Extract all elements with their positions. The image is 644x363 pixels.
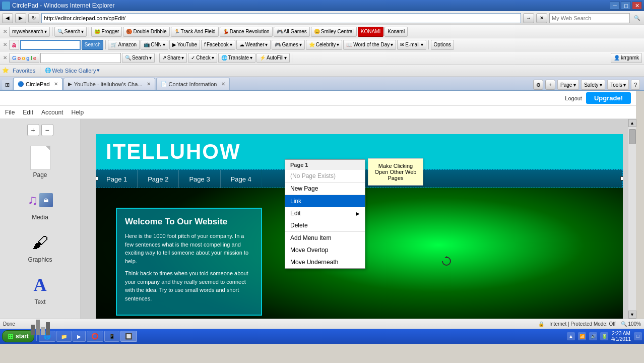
google-logo[interactable]: Google bbox=[9, 53, 39, 63]
konami-btn[interactable]: KONAMI bbox=[358, 27, 383, 37]
translate-btn[interactable]: 🌐 Translate ▾ bbox=[218, 53, 255, 63]
zoom-in-button[interactable]: + bbox=[27, 124, 39, 136]
word-of-day-btn[interactable]: 📖 Word of the Day ▾ bbox=[343, 40, 396, 50]
back-button[interactable]: ◀ bbox=[2, 13, 13, 23]
site-nav-page3[interactable]: Page 3 bbox=[179, 170, 220, 188]
page-btn[interactable]: Page ▾ bbox=[557, 80, 579, 90]
facebook-btn[interactable]: f Facebook ▾ bbox=[201, 40, 235, 50]
sidebar-item-charts[interactable] bbox=[24, 313, 57, 337]
track-field-btn[interactable]: 🏃 Track And Field bbox=[171, 27, 219, 37]
logout-btn[interactable]: Logout bbox=[565, 95, 582, 101]
search-btn-t3[interactable]: 🔍 Search ▾ bbox=[122, 53, 155, 63]
nav-search-input[interactable] bbox=[549, 13, 630, 23]
konami2-btn[interactable]: Konami bbox=[384, 27, 408, 37]
sidebar-item-media[interactable]: ♫ 🏔 Media bbox=[24, 186, 57, 223]
web-slice-gallery[interactable]: 🌐 Web Slice Gallery ▾ bbox=[43, 67, 102, 74]
add-tab-btn[interactable]: + bbox=[545, 80, 555, 90]
tab-close-circlepad[interactable]: ✕ bbox=[54, 81, 58, 87]
sidebar-item-page[interactable]: Page bbox=[24, 143, 57, 180]
clock[interactable]: 2:23 AM 4/1/2011 bbox=[611, 331, 631, 342]
menu-help[interactable]: Help bbox=[71, 109, 84, 116]
close-button[interactable]: ✕ bbox=[632, 2, 642, 10]
sidebar-item-graphics[interactable]: 🖌 Graphics bbox=[24, 228, 57, 265]
tab-list-btn[interactable]: ⊞ bbox=[2, 80, 12, 90]
taskbar-wmp-btn[interactable]: ▶ bbox=[73, 331, 86, 342]
ctx-new-page[interactable]: New Page bbox=[285, 183, 365, 195]
ctx-link[interactable]: Link bbox=[285, 195, 365, 207]
window-controls[interactable]: ─ ◻ ✕ bbox=[610, 2, 642, 10]
cnn-btn[interactable]: 📺 CNN ▾ bbox=[141, 40, 168, 50]
search-btn-t1[interactable]: 🔍 Search ▾ bbox=[54, 27, 87, 37]
close-toolbar3[interactable]: ✕ bbox=[2, 55, 8, 60]
google-search-input[interactable] bbox=[40, 53, 121, 63]
ctx-move-underneath[interactable]: Move Underneath bbox=[285, 256, 365, 268]
mywebsearch-btn[interactable]: mywebsearch ▾ bbox=[9, 27, 50, 37]
taskbar-bb-btn[interactable]: 📱 bbox=[104, 331, 119, 342]
nav-handle-left[interactable] bbox=[96, 176, 98, 180]
go-button[interactable]: → bbox=[523, 13, 534, 23]
scroll-thumb[interactable] bbox=[629, 129, 636, 144]
rotation-handle[interactable] bbox=[441, 256, 452, 266]
options-btn[interactable]: Options bbox=[431, 40, 454, 50]
show-desktop-icon[interactable]: □ bbox=[634, 332, 642, 340]
refresh-button[interactable]: ↻ bbox=[28, 13, 39, 23]
user-btn[interactable]: 👤 krrgnmk bbox=[611, 53, 642, 63]
address-bar[interactable] bbox=[41, 13, 521, 23]
tab-youtube[interactable]: ▶ YouTube - itelluhow's Cha... ✕ bbox=[63, 78, 155, 90]
site-nav-page4[interactable]: Page 4 bbox=[221, 170, 262, 188]
stop-button[interactable]: ✕ bbox=[536, 13, 547, 23]
ctx-move-overtop[interactable]: Move Overtop bbox=[285, 244, 365, 256]
amazon-btn[interactable]: 🛒 Amazon bbox=[108, 40, 140, 50]
tab-settings-btn[interactable]: ⚙ bbox=[533, 80, 543, 90]
help-ie-btn[interactable]: ? bbox=[631, 80, 640, 90]
dance-revolution-btn[interactable]: 💃 Dance Revolution bbox=[220, 27, 273, 37]
site-nav-page1[interactable]: Page 1 bbox=[96, 170, 138, 188]
title-bar-left: CirclePad - Windows Internet Explorer bbox=[2, 2, 114, 10]
frogger-btn[interactable]: 🐸 Frogger bbox=[91, 27, 122, 37]
all-games-btn[interactable]: 🎮 All Games bbox=[274, 27, 310, 37]
tab-close-contact[interactable]: ✕ bbox=[221, 81, 225, 87]
scroll-down-btn[interactable]: ▼ bbox=[628, 311, 636, 319]
search-go-icon[interactable]: 🔍 bbox=[632, 13, 642, 23]
share-btn[interactable]: ↗ Share ▾ bbox=[159, 53, 187, 63]
ask-btn[interactable]: a bbox=[9, 40, 19, 50]
zoom-out-button[interactable]: − bbox=[41, 124, 53, 136]
tools-btn[interactable]: Tools ▾ bbox=[607, 80, 629, 90]
autofill-btn[interactable]: ⚡ AutoFill ▾ bbox=[256, 53, 290, 63]
menu-edit[interactable]: Edit bbox=[23, 109, 33, 116]
forward-button[interactable]: ▶ bbox=[15, 13, 26, 23]
safety-btn[interactable]: Safety ▾ bbox=[581, 80, 605, 90]
ctx-edit[interactable]: Edit ▶ bbox=[285, 207, 365, 219]
taskbar-circlepad-btn[interactable]: 🔲 bbox=[120, 331, 137, 342]
ctx-delete[interactable]: Delete bbox=[285, 219, 365, 231]
weather-btn[interactable]: ☁ Weather ▾ bbox=[236, 40, 271, 50]
minimize-button[interactable]: ─ bbox=[610, 2, 620, 10]
taskbar-folder-btn[interactable]: 📁 bbox=[56, 331, 72, 342]
smiley-central-btn[interactable]: 😊 Smiley Central bbox=[311, 27, 357, 37]
nav-handle-right[interactable] bbox=[620, 176, 623, 180]
search-btn-t2[interactable]: Search bbox=[82, 40, 104, 50]
ctx-add-menu-item[interactable]: Add Menu Item bbox=[285, 232, 365, 244]
restore-button[interactable]: ◻ bbox=[621, 2, 631, 10]
menu-file[interactable]: File bbox=[5, 109, 15, 116]
games-btn[interactable]: 🎮 Games ▾ bbox=[272, 40, 304, 50]
youtube-btn[interactable]: ▶ YouTube bbox=[169, 40, 200, 50]
menu-account[interactable]: Account bbox=[41, 109, 63, 116]
ask-search-input[interactable] bbox=[20, 40, 81, 50]
close-toolbar2[interactable]: ✕ bbox=[2, 42, 8, 47]
upgrade-btn[interactable]: Upgrade! bbox=[586, 92, 631, 104]
tab-contact[interactable]: 📄 Contact Information ✕ bbox=[156, 78, 230, 90]
double-dribble-btn[interactable]: 🏀 Double Dribble bbox=[123, 27, 169, 37]
site-nav-page2[interactable]: Page 2 bbox=[138, 170, 179, 188]
check-btn[interactable]: ✓ Check ▾ bbox=[188, 53, 217, 63]
taskbar-chrome-btn[interactable]: ⭕ bbox=[87, 331, 103, 342]
tab-close-youtube[interactable]: ✕ bbox=[147, 81, 151, 87]
favorites-label[interactable]: Favorites bbox=[11, 68, 37, 74]
celebrity-btn[interactable]: ⭐ Celebrity ▾ bbox=[306, 40, 342, 50]
sep6 bbox=[292, 53, 292, 63]
scroll-up-btn[interactable]: ▲ bbox=[628, 119, 636, 127]
sidebar-item-text[interactable]: A Text bbox=[24, 270, 57, 308]
email-btn[interactable]: ✉ E-mail ▾ bbox=[397, 40, 426, 50]
tab-circlepad[interactable]: 🔵 CirclePad ✕ bbox=[13, 78, 62, 90]
close-toolbar1[interactable]: ✕ bbox=[2, 29, 8, 34]
